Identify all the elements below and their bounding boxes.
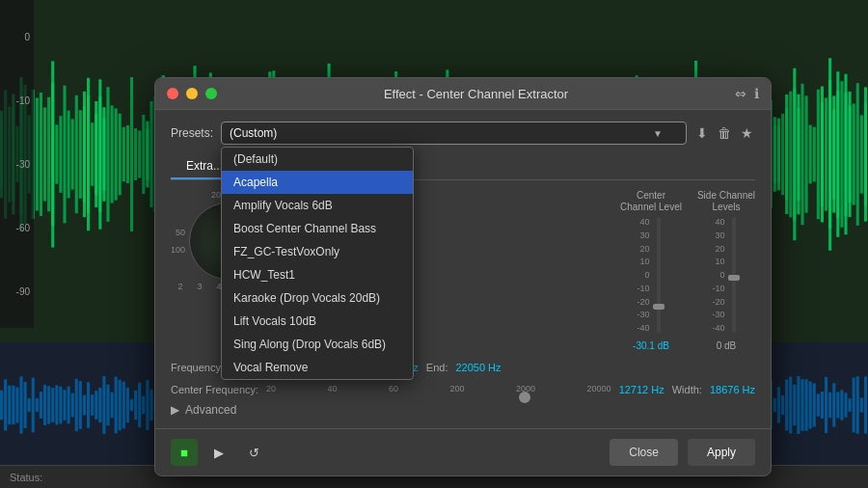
- resize-icon[interactable]: ⇔: [735, 86, 746, 101]
- dialog-titlebar: Effect - Center Channel Extractor ⇔ ℹ: [155, 78, 771, 110]
- center-channel-value: -30.1 dB: [633, 340, 669, 351]
- preset-item-fz[interactable]: FZ_GC-TestVoxOnly: [222, 240, 413, 263]
- preset-icons: ⬇ 🗑 ★: [694, 123, 755, 143]
- side-channel-value: 0 dB: [717, 340, 737, 351]
- dropdown-arrow-icon: ▼: [653, 128, 663, 139]
- close-button[interactable]: Close: [610, 439, 678, 466]
- db-scale: 0 -10 -30 -60 -90: [0, 0, 34, 328]
- presets-current-value: (Custom): [230, 126, 277, 140]
- channels-area: Center Channel Level 40 30 20 10 0 -10 -…: [620, 190, 755, 351]
- side-slider-track[interactable]: [732, 217, 736, 333]
- play-preview-button[interactable]: ▶: [205, 439, 232, 466]
- side-channel-label: Side Channel Levels: [697, 190, 755, 213]
- preset-item-boost[interactable]: Boost Center Channel Bass: [222, 217, 413, 240]
- preset-item-default[interactable]: (Default): [222, 148, 413, 171]
- center-freq-label: Center Frequency:: [171, 384, 258, 395]
- close-window-button[interactable]: [167, 88, 178, 99]
- center-frequency-row: Center Frequency: 20 40 60 200 2000 2000…: [171, 384, 755, 395]
- end-label: End:: [426, 362, 448, 373]
- advanced-section[interactable]: ▶ Advanced: [171, 403, 755, 417]
- end-value: 22050 Hz: [455, 362, 501, 373]
- presets-label: Presets:: [171, 126, 213, 140]
- preset-item-vocal[interactable]: Vocal Remove: [222, 356, 413, 379]
- center-freq-thumb[interactable]: [519, 392, 530, 403]
- preset-item-sing[interactable]: Sing Along (Drop Vocals 6dB): [222, 333, 413, 356]
- center-scale: 40 30 20 10 0 -10 -20 -30 -40: [637, 217, 649, 333]
- dialog-footer: ■ ▶ ↺ Close Apply: [155, 428, 771, 475]
- preset-item-lift[interactable]: Lift Vocals 10dB: [222, 310, 413, 333]
- center-freq-value: 12712 Hz: [619, 384, 665, 395]
- preset-item-amplify[interactable]: Amplify Vocals 6dB: [222, 194, 413, 217]
- loop-icon: ↺: [249, 446, 259, 460]
- footer-left: ■ ▶ ↺: [171, 439, 267, 466]
- phase-left-scale: 50 100: [171, 228, 185, 255]
- center-channel-control: Center Channel Level 40 30 20 10 0 -10 -…: [620, 190, 682, 351]
- favorite-preset-button[interactable]: ★: [739, 123, 755, 143]
- minimize-button[interactable]: [186, 88, 198, 99]
- width-label: Width:: [672, 384, 702, 395]
- preset-item-acapella[interactable]: Acapella: [222, 171, 413, 194]
- dialog-title: Effect - Center Channel Extractor: [225, 87, 727, 101]
- preset-item-karaoke[interactable]: Karaoke (Drop Vocals 20dB): [222, 286, 413, 310]
- presets-menu: (Default) Acapella Amplify Vocals 6dB Bo…: [221, 147, 414, 380]
- presets-dropdown-wrapper: (Custom) ▼ (Default) Acapella Amplify Vo…: [221, 122, 687, 145]
- center-slider-track[interactable]: [657, 217, 661, 333]
- play-preview-icon: ▶: [214, 446, 224, 460]
- center-channel-label: Center Channel Level: [620, 190, 682, 213]
- info-icon[interactable]: ℹ: [754, 86, 759, 101]
- center-freq-slider-container: 20 40 60 200 2000 20000: [266, 384, 611, 395]
- width-value: 18676 Hz: [710, 384, 755, 395]
- delete-preset-button[interactable]: 🗑: [716, 123, 733, 143]
- effect-dialog: Effect - Center Channel Extractor ⇔ ℹ Pr…: [154, 77, 772, 476]
- preset-item-hcw[interactable]: HCW_Test1: [222, 263, 413, 286]
- center-freq-scale-labels: 20 40 60 200 2000 20000: [266, 384, 611, 393]
- save-preset-button[interactable]: ⬇: [694, 123, 710, 143]
- apply-button[interactable]: Apply: [688, 439, 755, 466]
- play-icon: ■: [180, 446, 188, 460]
- maximize-button[interactable]: [205, 88, 217, 99]
- dialog-body: Presets: (Custom) ▼ (Default) Acapella A…: [155, 110, 771, 428]
- center-slider-thumb[interactable]: [653, 304, 665, 310]
- side-slider-area: 40 30 20 10 0 -10 -20 -30 -40: [712, 217, 740, 333]
- status-label: Status:: [10, 472, 42, 483]
- advanced-chevron: ▶: [171, 403, 179, 417]
- play-button[interactable]: ■: [171, 439, 198, 466]
- center-slider-area: 40 30 20 10 0 -10 -20 -30 -40: [637, 217, 665, 333]
- loop-button[interactable]: ↺: [240, 439, 267, 466]
- presets-dropdown[interactable]: (Custom) ▼: [221, 122, 687, 145]
- presets-row: Presets: (Custom) ▼ (Default) Acapella A…: [171, 122, 755, 145]
- side-slider-thumb[interactable]: [728, 275, 740, 281]
- advanced-label: Advanced: [185, 403, 236, 417]
- side-scale: 40 30 20 10 0 -10 -20 -30 -40: [712, 217, 724, 333]
- side-channel-control: Side Channel Levels 40 30 20 10 0 -10 -2…: [697, 190, 755, 351]
